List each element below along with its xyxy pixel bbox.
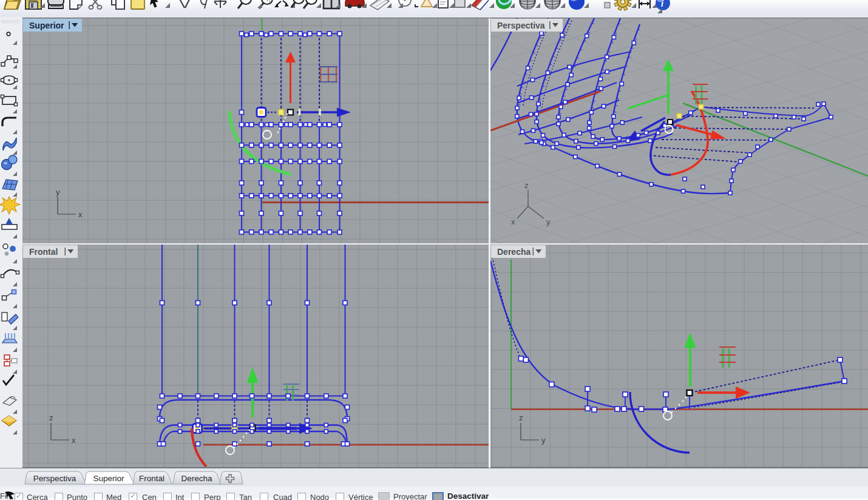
- svg-text:Superior: Superior: [29, 21, 64, 30]
- svg-text:x: x: [72, 436, 76, 445]
- svg-text:Frontal: Frontal: [139, 474, 164, 483]
- svg-text:y: y: [56, 187, 60, 197]
- svg-text:z: z: [519, 413, 523, 422]
- svg-text:Perspectiva: Perspectiva: [33, 474, 76, 483]
- svg-text:x: x: [78, 210, 83, 219]
- svg-text:y: y: [541, 436, 546, 445]
- svg-text:y: y: [546, 217, 551, 226]
- svg-text:Derecha: Derecha: [181, 474, 212, 483]
- svg-text:x: x: [511, 217, 515, 226]
- svg-text:z: z: [49, 413, 53, 422]
- svg-text:Superior: Superior: [93, 474, 124, 483]
- svg-text:Derecha: Derecha: [497, 247, 531, 257]
- svg-text:Frontal: Frontal: [29, 247, 58, 257]
- svg-text:Perspectiva: Perspectiva: [497, 21, 545, 30]
- svg-text:z: z: [524, 181, 529, 190]
